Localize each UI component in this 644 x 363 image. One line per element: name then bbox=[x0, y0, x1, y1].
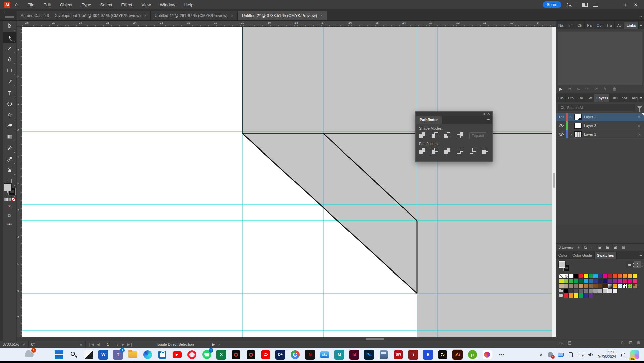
layer-target-icon[interactable]: ○ bbox=[638, 132, 640, 136]
artboard-number[interactable]: 1 bbox=[102, 342, 114, 346]
symbol-sprayer-tool[interactable] bbox=[3, 165, 16, 176]
new-layer-icon[interactable]: ⊞ bbox=[614, 245, 617, 250]
swatch[interactable] bbox=[608, 274, 613, 279]
tab-syr[interactable]: Syr bbox=[619, 94, 629, 102]
menu-item-effect[interactable]: Effect bbox=[121, 2, 132, 7]
pathfinder-unite-icon[interactable] bbox=[419, 132, 426, 139]
layer-thumbnail[interactable] bbox=[574, 114, 582, 120]
taskbar-onedrive[interactable]: 1 bbox=[24, 350, 34, 360]
taskbar-photoshop[interactable]: Ps bbox=[364, 350, 374, 360]
pathfinder-merge-icon[interactable] bbox=[444, 148, 451, 154]
layers-search-input[interactable]: Search All bbox=[558, 104, 635, 111]
taskbar-disney-plus[interactable]: D+ bbox=[275, 350, 285, 360]
tab-inf[interactable]: Inf bbox=[566, 22, 575, 29]
swatch[interactable] bbox=[583, 288, 588, 293]
layer-name[interactable]: Layer 3 bbox=[584, 124, 596, 128]
tab-bru[interactable]: Bru bbox=[609, 94, 620, 102]
tray-display-icon[interactable] bbox=[558, 353, 564, 357]
none-mode-icon[interactable] bbox=[12, 198, 15, 201]
illustrator-logo[interactable]: Ai bbox=[4, 2, 10, 8]
pathfinder-minus-front-icon[interactable] bbox=[432, 132, 439, 139]
taskbar-sky[interactable]: sky bbox=[320, 350, 330, 360]
swatch[interactable] bbox=[569, 288, 574, 293]
tab-ch[interactable]: Ch bbox=[575, 22, 585, 29]
layer-row-layer-1[interactable]: ›Layer 1○ bbox=[556, 130, 644, 139]
swatch[interactable] bbox=[583, 293, 588, 298]
toolbar-drag-handle[interactable] bbox=[5, 16, 14, 18]
last-artboard-icon[interactable]: ▶❘ bbox=[127, 342, 133, 347]
visibility-eye-icon[interactable] bbox=[559, 116, 564, 118]
share-button[interactable]: Share bbox=[543, 1, 561, 8]
tray-chevron-up-icon[interactable]: ∧ bbox=[539, 352, 543, 357]
swatch-gradient-bw[interactable] bbox=[608, 283, 613, 288]
swatch[interactable] bbox=[583, 279, 588, 284]
taskbar-installer[interactable]: i bbox=[408, 350, 418, 360]
taskbar-calculator[interactable] bbox=[379, 350, 389, 360]
tab-alig[interactable]: Alig bbox=[629, 94, 640, 102]
tab-swatches[interactable]: Swatches bbox=[595, 252, 617, 259]
vertical-scrollbar[interactable] bbox=[552, 27, 556, 337]
fill-swatch[interactable] bbox=[559, 261, 565, 268]
taskbar-seven-zip[interactable]: 7z bbox=[438, 350, 448, 360]
collapse-panel-icon[interactable]: « bbox=[483, 112, 485, 116]
menu-item-window[interactable]: Window bbox=[160, 2, 175, 7]
first-artboard-icon[interactable]: ❘◀ bbox=[88, 342, 94, 347]
taskbar-store[interactable] bbox=[157, 350, 167, 360]
draw-mode-icon[interactable]: ◳ bbox=[3, 204, 16, 209]
swatch-group-folder[interactable] bbox=[559, 288, 564, 293]
swatch-none[interactable] bbox=[559, 274, 564, 279]
swatch[interactable] bbox=[588, 288, 593, 293]
swatch[interactable] bbox=[574, 288, 579, 293]
swatch-gradient-sunset[interactable] bbox=[613, 283, 618, 288]
swatch-libraries-icon[interactable]: ⌂. bbox=[559, 340, 563, 345]
swatch[interactable] bbox=[593, 274, 598, 279]
swatch[interactable] bbox=[583, 283, 588, 288]
collapse-panels-icon[interactable]: » bbox=[640, 14, 642, 18]
make-clipping-mask-icon[interactable]: ▣ bbox=[598, 245, 601, 250]
menu-item-select[interactable]: Select bbox=[100, 2, 112, 7]
tab-op[interactable]: Op bbox=[594, 22, 604, 29]
rectangle-tool[interactable] bbox=[3, 65, 16, 76]
tab-color[interactable]: Color bbox=[556, 252, 570, 259]
taskbar-excel[interactable]: X bbox=[216, 350, 226, 360]
type-tool[interactable]: T bbox=[3, 87, 16, 98]
swatch[interactable] bbox=[623, 279, 628, 284]
tray-onedrive-error-icon[interactable] bbox=[548, 352, 553, 357]
taskbar-teams[interactable]: T1 bbox=[113, 350, 123, 360]
fill-stroke-indicator[interactable] bbox=[559, 261, 569, 271]
tab-tra[interactable]: Tra bbox=[575, 94, 585, 102]
screen-mode-icon[interactable]: ⧉ bbox=[3, 213, 16, 218]
swatch[interactable] bbox=[603, 279, 608, 284]
workspace-switcher-icon[interactable] bbox=[582, 3, 588, 7]
swatch[interactable] bbox=[618, 279, 623, 284]
menu-item-file[interactable]: File bbox=[27, 2, 34, 7]
tab-str[interactable]: Str bbox=[585, 94, 594, 102]
pathfinder-exclude-icon[interactable] bbox=[457, 132, 464, 139]
taskbar-creative-cloud[interactable] bbox=[482, 350, 492, 360]
tab-ac[interactable]: Ac bbox=[615, 22, 624, 29]
horizontal-scrollbar[interactable] bbox=[17, 337, 556, 341]
menu-item-object[interactable]: Object bbox=[60, 2, 73, 7]
swatch[interactable] bbox=[564, 283, 569, 288]
search-icon[interactable] bbox=[567, 3, 571, 7]
visibility-eye-icon[interactable] bbox=[559, 124, 564, 127]
relink-icon[interactable]: ⧉ bbox=[568, 87, 571, 92]
edit-icon[interactable]: ✎ bbox=[604, 87, 607, 92]
taskbar-chrome[interactable] bbox=[290, 350, 300, 360]
layer-name[interactable]: Layer 1 bbox=[584, 132, 596, 136]
layer-row-layer-2[interactable]: ›Layer 2○ bbox=[556, 113, 644, 121]
swatch[interactable] bbox=[608, 288, 613, 293]
close-tab-icon[interactable]: × bbox=[320, 13, 323, 18]
swatch[interactable] bbox=[613, 279, 618, 284]
minimize-button[interactable]: ─ bbox=[607, 0, 619, 9]
panel-menu-icon[interactable]: ≡ bbox=[639, 95, 642, 100]
pen-tool[interactable] bbox=[3, 54, 16, 65]
taskbar-whatsapp[interactable]: ☎1 bbox=[202, 350, 212, 360]
tab-lib[interactable]: Lib bbox=[556, 94, 566, 102]
delete-swatch-icon[interactable]: 🗑︎ bbox=[637, 340, 641, 345]
pathfinder-outline-icon[interactable] bbox=[470, 148, 477, 154]
menu-item-edit[interactable]: Edit bbox=[43, 2, 51, 7]
artwork[interactable] bbox=[22, 27, 556, 337]
swatch[interactable] bbox=[569, 274, 574, 279]
locate-search-icon[interactable]: ⌕ bbox=[591, 245, 594, 250]
